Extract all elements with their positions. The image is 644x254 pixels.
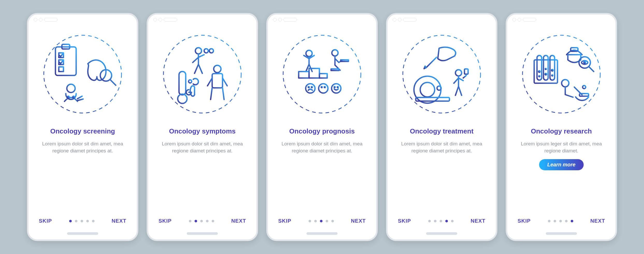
skip-button[interactable]: SKIP — [518, 218, 531, 224]
learn-more-button[interactable]: Learn more — [539, 159, 584, 170]
svg-point-75 — [539, 71, 540, 72]
page-dot[interactable] — [565, 220, 568, 222]
home-indicator — [187, 232, 218, 235]
status-dot-icon — [159, 18, 162, 22]
home-indicator — [306, 232, 338, 235]
page-dot[interactable] — [320, 220, 323, 222]
page-dot[interactable] — [428, 220, 431, 222]
page-dot[interactable] — [326, 220, 328, 222]
status-bar — [268, 15, 376, 25]
page-dot[interactable] — [81, 220, 83, 222]
page-dot[interactable] — [189, 220, 191, 222]
svg-point-51 — [337, 87, 338, 88]
next-button[interactable]: NEXT — [351, 218, 366, 224]
page-indicator — [548, 220, 573, 222]
status-bar — [148, 15, 256, 25]
svg-point-42 — [306, 84, 315, 93]
page-dot[interactable] — [331, 220, 334, 222]
phone-frame: Oncology screening Lorem ipsum dolor sit… — [27, 13, 138, 241]
symptoms-illustration-icon — [148, 27, 256, 121]
page-dot[interactable] — [309, 220, 311, 222]
svg-point-85 — [584, 62, 585, 63]
page-dot[interactable] — [451, 220, 454, 222]
svg-rect-5 — [59, 67, 63, 72]
page-indicator — [189, 220, 214, 222]
next-button[interactable]: NEXT — [112, 218, 126, 224]
screen-title: Oncology prognosis — [279, 127, 365, 136]
status-bar — [388, 15, 496, 25]
svg-point-48 — [324, 87, 325, 88]
next-button[interactable]: NEXT — [231, 218, 246, 224]
phone-frame: Oncology symptoms Lorem ipsum dolor sit … — [147, 13, 258, 241]
treatment-illustration-icon — [388, 27, 496, 121]
screen-body: Lorem ipsum leger sit dim amet, mea regi… — [507, 140, 616, 154]
status-pill-icon — [44, 18, 58, 22]
onboarding-nav: SKIP NEXT — [148, 218, 256, 224]
page-dot[interactable] — [75, 220, 77, 222]
screen-title: Oncology screening — [40, 127, 125, 136]
page-dot[interactable] — [212, 220, 214, 222]
page-dot[interactable] — [445, 220, 448, 222]
status-dot-icon — [273, 18, 277, 22]
svg-point-77 — [552, 69, 553, 71]
screen-body: Lorem ipsum dolor sit dim amet, mea regi… — [268, 140, 376, 154]
svg-point-78 — [539, 76, 540, 77]
status-bar — [507, 15, 616, 25]
status-dot-icon — [393, 18, 396, 22]
page-dot[interactable] — [200, 220, 203, 222]
page-indicator — [428, 220, 454, 222]
status-pill-icon — [164, 18, 177, 22]
page-dot[interactable] — [86, 220, 89, 222]
status-dot-icon — [278, 18, 282, 22]
research-illustration-icon — [507, 27, 616, 121]
svg-point-66 — [455, 70, 462, 76]
svg-point-47 — [321, 87, 322, 88]
page-dot[interactable] — [434, 220, 437, 222]
page-dot[interactable] — [440, 220, 442, 222]
screen-title: Oncology symptoms — [159, 127, 246, 136]
page-dot[interactable] — [548, 220, 550, 222]
status-pill-icon — [283, 18, 297, 22]
next-button[interactable]: NEXT — [471, 218, 485, 224]
screen-title: Oncology treatment — [399, 127, 484, 136]
svg-point-26 — [214, 65, 221, 73]
skip-button[interactable]: SKIP — [278, 218, 291, 224]
phone-frame: Oncology research Lorem ipsum leger sit … — [506, 13, 617, 241]
page-dot[interactable] — [554, 220, 556, 222]
svg-rect-34 — [299, 72, 309, 78]
skip-button[interactable]: SKIP — [39, 218, 52, 224]
home-indicator — [67, 232, 98, 235]
status-pill-icon — [403, 18, 417, 22]
status-pill-icon — [523, 18, 536, 22]
page-dot[interactable] — [206, 220, 209, 222]
page-dot[interactable] — [314, 220, 317, 222]
svg-rect-35 — [309, 68, 319, 78]
page-dot[interactable] — [69, 220, 72, 222]
status-dot-icon — [398, 18, 402, 22]
onboarding-nav: SKIP NEXT — [28, 218, 137, 224]
prognosis-illustration-icon — [268, 27, 376, 121]
svg-point-86 — [562, 80, 569, 87]
status-dot-icon — [34, 18, 37, 22]
svg-point-50 — [334, 87, 335, 88]
screening-illustration-icon — [28, 27, 137, 121]
screen-body: Lorem ipsum dolor sit dim amet, mea regi… — [388, 140, 496, 154]
page-dot[interactable] — [559, 220, 562, 222]
svg-point-44 — [311, 87, 312, 88]
status-dot-icon — [512, 18, 516, 22]
page-dot[interactable] — [92, 220, 95, 222]
screen-body: Lorem ipsum dolor sit dim amet, mea regi… — [148, 140, 256, 154]
page-dot[interactable] — [571, 220, 573, 222]
svg-rect-64 — [416, 97, 449, 101]
svg-point-13 — [73, 96, 74, 98]
home-indicator — [546, 232, 577, 235]
page-indicator — [309, 220, 334, 222]
skip-button[interactable]: SKIP — [398, 218, 411, 224]
svg-point-25 — [189, 80, 192, 83]
page-dot[interactable] — [195, 220, 197, 222]
svg-line-60 — [426, 57, 437, 68]
next-button[interactable]: NEXT — [590, 218, 605, 224]
svg-point-45 — [319, 84, 328, 93]
status-dot-icon — [39, 18, 42, 22]
skip-button[interactable]: SKIP — [159, 218, 172, 224]
